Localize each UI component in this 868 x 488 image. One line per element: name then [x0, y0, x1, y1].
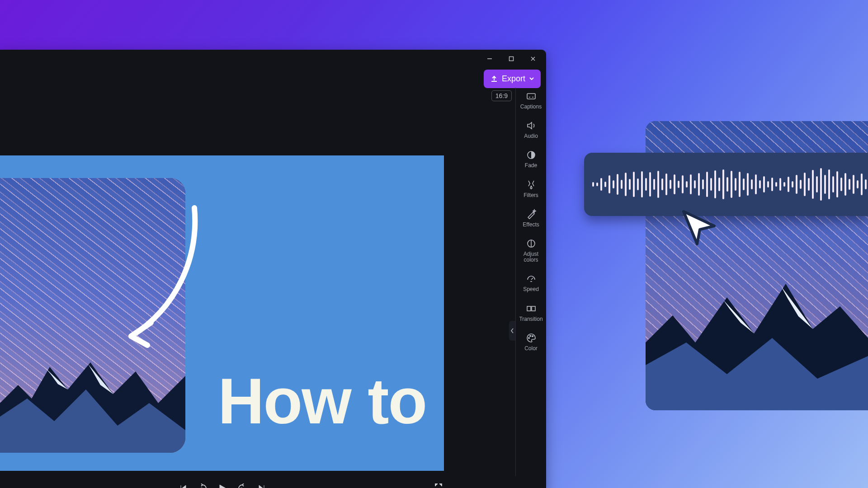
tool-speed[interactable]: Speed: [516, 273, 546, 292]
window-close-button[interactable]: [523, 50, 543, 67]
svg-rect-5: [532, 306, 535, 311]
waveform: [592, 153, 868, 216]
arrow-annotation: [122, 204, 240, 349]
audio-icon: [525, 120, 537, 131]
window-minimize-button[interactable]: [479, 50, 500, 67]
chevron-down-icon: [529, 76, 534, 81]
tool-adjust-colors[interactable]: Adjust colors: [516, 238, 546, 263]
speed-icon: [525, 273, 537, 285]
promo-mountains: [646, 266, 868, 410]
effects-icon: [525, 208, 537, 220]
skip-start-button[interactable]: [179, 484, 188, 488]
tool-effects[interactable]: Effects: [516, 208, 546, 228]
svg-rect-1: [527, 94, 535, 99]
captions-icon: [525, 90, 537, 102]
preview-canvas[interactable]: How to: [0, 155, 444, 471]
playback-controls: 5 5: [0, 477, 445, 488]
svg-rect-4: [527, 306, 531, 311]
svg-rect-0: [509, 57, 514, 61]
mountain-silhouette: [0, 335, 185, 453]
tool-color[interactable]: Color: [516, 332, 546, 352]
video-editor-window: Export 16:9 Captions Audio Fade Filters …: [0, 50, 546, 488]
window-maximize-button[interactable]: [501, 50, 522, 67]
skip-end-button[interactable]: [257, 484, 266, 488]
top-toolbar: Export: [0, 68, 546, 89]
audio-waveform-clip[interactable]: [584, 153, 868, 216]
window-titlebar: [0, 50, 546, 68]
upload-icon: [490, 75, 498, 83]
right-tool-panel: Captions Audio Fade Filters Effects Adju…: [515, 88, 546, 476]
svg-point-8: [532, 335, 533, 337]
rewind-button[interactable]: 5: [198, 483, 208, 488]
tool-captions[interactable]: Captions: [516, 90, 546, 110]
transition-icon: [525, 303, 537, 314]
filters-icon: [525, 179, 537, 191]
play-button[interactable]: [217, 483, 227, 488]
export-button[interactable]: Export: [484, 70, 541, 88]
svg-point-7: [529, 335, 531, 337]
tool-audio[interactable]: Audio: [516, 120, 546, 139]
export-label: Export: [502, 74, 525, 84]
tool-filters[interactable]: Filters: [516, 179, 546, 198]
color-icon: [525, 332, 537, 344]
tool-transition[interactable]: Transition: [516, 303, 546, 322]
svg-point-6: [528, 337, 529, 338]
adjust-colors-icon: [525, 238, 537, 249]
preview-area: How to 5 5: [0, 95, 515, 470]
forward-button[interactable]: 5: [237, 483, 247, 488]
tool-fade[interactable]: Fade: [516, 149, 546, 169]
cursor-icon: [679, 208, 719, 248]
fullscreen-button[interactable]: [434, 483, 443, 488]
overlay-text: How to: [218, 364, 426, 438]
fade-icon: [525, 149, 537, 161]
